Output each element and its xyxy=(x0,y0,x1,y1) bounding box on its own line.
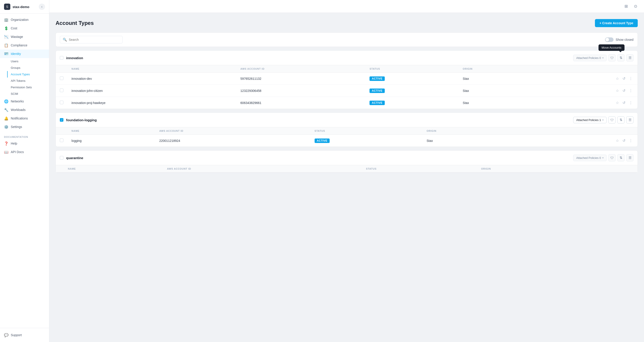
star-button[interactable]: ☆ xyxy=(615,138,620,144)
th-actions xyxy=(530,65,638,72)
innovation-checkbox[interactable] xyxy=(60,56,64,60)
sidebar-item-scim[interactable]: SCIM xyxy=(11,90,49,97)
search-input[interactable] xyxy=(69,38,114,42)
sidebar-item-networks[interactable]: 🌐 Networks xyxy=(0,97,49,106)
sidebar-item-wastage[interactable]: 📉 Wastage xyxy=(0,32,49,41)
networks-icon: 🌐 xyxy=(4,99,8,104)
notifications-icon: 🔔 xyxy=(4,116,8,120)
row-actions: ☆ ↺ ⋮ xyxy=(534,76,634,82)
innovation-section-actions: Attached Policies 0 ▾ 🛡 ⇅ Move Accounts … xyxy=(573,54,634,62)
quarantine-shield-button[interactable]: 🛡 xyxy=(608,154,616,161)
status-badge: ACTIVE xyxy=(370,101,385,105)
chevron-down-icon: ▾ xyxy=(602,118,604,122)
more-button[interactable]: ⋮ xyxy=(628,88,634,94)
sidebar-item-cost[interactable]: 💲 Cost xyxy=(0,24,49,32)
th-name: NAME xyxy=(68,127,155,135)
settings-icon: ⚙️ xyxy=(4,124,8,129)
more-button[interactable]: ⋮ xyxy=(628,76,634,82)
aws-account-id: 123229306458 xyxy=(236,85,366,97)
status-badge: ACTIVE xyxy=(314,138,330,143)
user-icon[interactable]: ⊙ xyxy=(632,3,638,10)
foundation-logging-list-button[interactable]: ☰ xyxy=(626,116,634,124)
topbar: ⊞ ⊙ xyxy=(49,0,644,13)
more-button[interactable]: ⋮ xyxy=(628,100,634,106)
move-accounts-tooltip: Move Accounts xyxy=(598,44,624,51)
history-button[interactable]: ↺ xyxy=(622,100,626,106)
move-accounts-button[interactable]: ⇅ xyxy=(617,54,624,62)
innovation-attached-policies-button[interactable]: Attached Policies 0 ▾ xyxy=(573,55,606,61)
foundation-logging-section-name: foundation-logging xyxy=(66,118,570,122)
attached-policies-label: Attached Policies 0 xyxy=(576,156,601,160)
workloads-icon: 🔧 xyxy=(4,108,8,112)
row-checkbox[interactable] xyxy=(60,101,64,104)
history-button[interactable]: ↺ xyxy=(622,88,626,94)
row-checkbox[interactable] xyxy=(60,138,64,142)
sidebar-item-groups[interactable]: Groups xyxy=(11,64,49,71)
sidebar-item-users[interactable]: Users xyxy=(11,58,49,64)
api-docs-icon: 📖 xyxy=(4,150,8,154)
show-closed-toggle[interactable]: Show closed xyxy=(605,38,634,42)
foundation-logging-sort-button[interactable]: ⇅ xyxy=(617,116,624,124)
th-aws-account-id: AWS ACCOUNT ID xyxy=(163,165,362,172)
star-button[interactable]: ☆ xyxy=(615,88,620,94)
sidebar-item-permission-sets[interactable]: Permission Sets xyxy=(11,84,49,90)
sidebar-item-workloads[interactable]: 🔧 Workloads xyxy=(0,106,49,114)
search-icon: 🔍 xyxy=(63,38,67,42)
sidebar-item-api-tokens[interactable]: API Tokens xyxy=(11,78,49,84)
sidebar: S stax-demo ‹ 🏢 Organization 💲 Cost 📉 Wa… xyxy=(0,0,49,342)
sidebar-item-organization[interactable]: 🏢 Organization xyxy=(0,16,49,24)
foundation-logging-attached-policies-button[interactable]: Attached Policies 1 ▾ xyxy=(573,117,606,123)
row-checkbox[interactable] xyxy=(60,88,64,92)
row-actions: ☆ ↺ ⋮ xyxy=(534,88,634,94)
aws-account-id: 597652611132 xyxy=(236,72,366,85)
sidebar-item-compliance[interactable]: 📋 Compliance xyxy=(0,41,49,50)
account-status: ACTIVE xyxy=(366,85,459,97)
identity-sub-nav: Users Groups Account Types API Tokens Pe… xyxy=(0,58,49,97)
th-aws-account-id: AWS ACCOUNT ID xyxy=(236,65,366,72)
table-header-row: NAME AWS ACCOUNT ID STATUS ORIGIN xyxy=(56,127,638,135)
sidebar-item-account-types[interactable]: Account Types xyxy=(7,71,49,78)
toggle-knob xyxy=(606,38,609,42)
show-closed-toggle-switch[interactable] xyxy=(605,38,614,42)
quarantine-attached-policies-button[interactable]: Attached Policies 0 ▾ xyxy=(573,155,606,161)
foundation-logging-section-actions: Attached Policies 1 ▾ 🛡 ⇅ ☰ xyxy=(573,116,634,124)
aws-account-id: 220011218924 xyxy=(155,135,310,147)
table-row: innovation-proj-hawkeye 606343829661 ACT… xyxy=(56,97,638,109)
create-account-type-button[interactable]: + Create Account Type xyxy=(595,19,638,27)
page-title: Account Types xyxy=(56,20,94,26)
quarantine-checkbox[interactable] xyxy=(60,156,64,160)
sidebar-item-support[interactable]: 💬 Support xyxy=(0,331,49,339)
status-badge: ACTIVE xyxy=(370,76,385,81)
table-row: innovation-john-citizen 123229306458 ACT… xyxy=(56,85,638,97)
star-button[interactable]: ☆ xyxy=(615,76,620,82)
sidebar-item-notifications[interactable]: 🔔 Notifications xyxy=(0,114,49,122)
identity-icon: 🪪 xyxy=(4,52,8,56)
account-status: ACTIVE xyxy=(366,72,459,85)
doc-section-label: DOCUMENTATION xyxy=(0,133,49,139)
grid-icon[interactable]: ⊞ xyxy=(623,3,629,10)
sidebar-item-help[interactable]: ❓ Help xyxy=(0,139,49,148)
page-header: Account Types + Create Account Type xyxy=(56,19,638,27)
row-actions: ☆ ↺ ⋮ xyxy=(534,100,634,106)
foundation-logging-checkbox[interactable]: ✓ xyxy=(60,118,64,122)
row-checkbox[interactable] xyxy=(60,76,64,80)
history-button[interactable]: ↺ xyxy=(622,138,626,144)
innovation-section-name: innovation xyxy=(66,56,570,60)
sidebar-item-api-docs[interactable]: 📖 API Docs xyxy=(0,148,49,156)
history-button[interactable]: ↺ xyxy=(622,76,626,82)
innovation-accounts-table: NAME AWS ACCOUNT ID STATUS ORIGIN innova… xyxy=(56,65,638,109)
foundation-logging-shield-button[interactable]: 🛡 xyxy=(608,116,616,124)
quarantine-list-button[interactable]: ☰ xyxy=(626,154,634,161)
innovation-list-button[interactable]: ☰ xyxy=(626,54,634,62)
innovation-shield-button[interactable]: 🛡 xyxy=(608,54,616,62)
nav-section-main: 🏢 Organization 💲 Cost 📉 Wastage 📋 Compli… xyxy=(0,14,49,133)
more-button[interactable]: ⋮ xyxy=(628,138,634,144)
sidebar-item-settings[interactable]: ⚙️ Settings xyxy=(0,122,49,131)
star-button[interactable]: ☆ xyxy=(615,100,620,106)
sidebar-item-identity[interactable]: 🪪 Identity xyxy=(0,50,49,58)
sidebar-collapse-button[interactable]: ‹ xyxy=(39,4,45,10)
th-origin: ORIGIN xyxy=(477,165,588,172)
move-accounts-tooltip-wrap: ⇅ Move Accounts xyxy=(617,54,624,62)
quarantine-sort-button[interactable]: ⇅ xyxy=(617,154,624,161)
th-status: STATUS xyxy=(310,127,422,135)
